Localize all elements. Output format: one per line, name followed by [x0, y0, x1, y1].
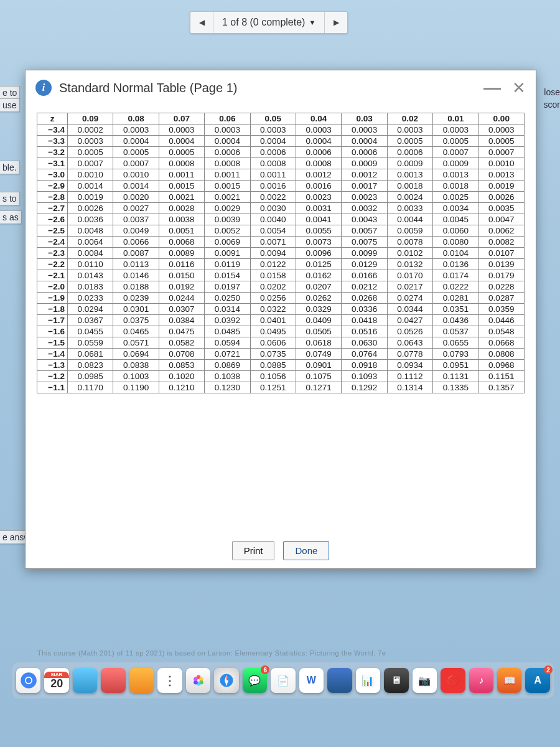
- probability-cell: 0.0113: [113, 259, 159, 270]
- probability-cell: 0.0069: [205, 237, 250, 248]
- z-value: −1.7: [37, 315, 68, 326]
- calendar-icon[interactable]: MAR 20: [44, 668, 68, 693]
- probability-cell: 0.0043: [342, 214, 387, 225]
- probability-cell: 0.0409: [296, 315, 341, 326]
- probability-cell: 0.1292: [342, 382, 387, 393]
- done-button[interactable]: Done: [283, 541, 329, 560]
- music-icon[interactable]: ♪: [469, 668, 493, 693]
- close-icon[interactable]: ✕: [512, 78, 526, 98]
- display-icon[interactable]: 🖥: [384, 668, 408, 693]
- probability-cell: 0.0059: [387, 225, 432, 237]
- safari-icon[interactable]: [214, 668, 238, 693]
- probability-cell: 0.0139: [478, 259, 524, 270]
- probability-cell: 0.0007: [68, 158, 113, 169]
- prev-question-button[interactable]: ◀: [190, 12, 213, 33]
- probability-cell: 0.0934: [387, 360, 432, 371]
- stats-icon[interactable]: 📊: [356, 668, 380, 693]
- svg-point-2: [26, 678, 31, 684]
- probability-cell: 0.0104: [433, 248, 478, 259]
- probability-cell: 0.0322: [250, 304, 296, 315]
- probability-cell: 0.0838: [113, 360, 159, 371]
- table-row: −2.70.00260.00270.00280.00290.00300.0031…: [37, 203, 525, 214]
- cropped-text: lose: [544, 87, 560, 97]
- z-value: −2.7: [37, 203, 68, 214]
- probability-cell: 0.1038: [205, 371, 250, 382]
- probability-cell: 0.0004: [342, 136, 387, 147]
- photos-icon[interactable]: [186, 668, 210, 693]
- probability-cell: 0.0014: [68, 181, 113, 192]
- probability-cell: 0.0375: [113, 315, 159, 326]
- probability-cell: 0.0024: [387, 192, 432, 203]
- chrome-icon[interactable]: [16, 668, 40, 693]
- no-entry-icon[interactable]: 🚫: [441, 668, 465, 693]
- probability-cell: 0.0036: [68, 214, 113, 225]
- probability-cell: 0.0007: [478, 147, 524, 158]
- probability-cell: 0.0003: [205, 125, 250, 136]
- probability-cell: 0.0427: [387, 315, 432, 326]
- pager-label[interactable]: 1 of 8 (0 complete) ▼: [213, 17, 324, 28]
- probability-cell: 0.0643: [387, 337, 432, 349]
- probability-cell: 0.0823: [68, 360, 113, 371]
- table-row: −1.80.02940.03010.03070.03140.03220.0329…: [37, 304, 525, 315]
- probability-cell: 0.0537: [433, 326, 478, 337]
- z-value: −3.4: [37, 125, 68, 136]
- probability-cell: 0.0094: [250, 248, 296, 259]
- print-button[interactable]: Print: [232, 541, 275, 560]
- probability-cell: 0.0336: [342, 304, 387, 315]
- appstore-icon[interactable]: A: [525, 668, 549, 693]
- modal-title: Standard Normal Table (Page 1): [59, 81, 476, 95]
- probability-cell: 0.0110: [68, 259, 113, 270]
- z-table-header-row: z0.090.080.070.060.050.040.030.020.010.0…: [37, 113, 525, 125]
- pages-icon[interactable]: 📄: [271, 668, 295, 693]
- probability-cell: 0.0455: [68, 326, 113, 337]
- word-icon[interactable]: W: [299, 668, 324, 693]
- probability-cell: 0.0174: [433, 270, 478, 281]
- camera-icon[interactable]: 📷: [413, 668, 437, 693]
- books-icon[interactable]: 📖: [497, 668, 521, 693]
- probability-cell: 0.0025: [433, 192, 478, 203]
- probability-cell: 0.0694: [113, 349, 159, 360]
- probability-cell: 0.1335: [433, 382, 478, 393]
- probability-cell: 0.0526: [387, 326, 432, 337]
- probability-cell: 0.1170: [68, 382, 113, 393]
- probability-cell: 0.0162: [296, 270, 341, 281]
- probability-cell: 0.0495: [250, 326, 296, 337]
- probability-cell: 0.0013: [433, 169, 478, 181]
- probability-cell: 0.0008: [205, 158, 250, 169]
- probability-cell: 0.0384: [159, 315, 204, 326]
- z-value: −1.4: [37, 349, 68, 360]
- z-value: −1.1: [37, 382, 68, 393]
- table-row: −1.90.02330.02390.02440.02500.02560.0262…: [37, 293, 525, 304]
- probability-cell: 0.0084: [68, 248, 113, 259]
- probability-cell: 0.0006: [205, 147, 250, 158]
- z-table-col-header: 0.09: [68, 113, 113, 125]
- z-value: −2.6: [37, 214, 68, 225]
- app-icon[interactable]: [101, 668, 125, 693]
- probability-cell: 0.0885: [250, 360, 296, 371]
- probability-cell: 0.0351: [433, 304, 478, 315]
- probability-cell: 0.0003: [113, 125, 159, 136]
- probability-cell: 0.0010: [113, 169, 159, 181]
- next-question-button[interactable]: ▶: [324, 12, 347, 33]
- probability-cell: 0.1210: [159, 382, 204, 393]
- probability-cell: 0.0012: [296, 169, 341, 181]
- probability-cell: 0.0087: [113, 248, 159, 259]
- probability-cell: 0.0071: [250, 237, 296, 248]
- probability-cell: 0.0228: [478, 281, 524, 293]
- z-value: −2.9: [37, 181, 68, 192]
- messages-icon[interactable]: 💬: [243, 668, 267, 693]
- probability-cell: 0.0004: [113, 136, 159, 147]
- preview-icon[interactable]: [73, 668, 97, 693]
- probability-cell: 0.0009: [387, 158, 432, 169]
- probability-cell: 0.0307: [159, 304, 204, 315]
- probability-cell: 0.0102: [387, 248, 432, 259]
- probability-cell: 0.0031: [296, 203, 341, 214]
- notes-icon[interactable]: ⋮: [157, 668, 182, 693]
- probability-cell: 0.0006: [342, 147, 387, 158]
- z-value: −1.8: [37, 304, 68, 315]
- app-icon[interactable]: [129, 668, 154, 693]
- probability-cell: 0.0012: [342, 169, 387, 181]
- app-icon[interactable]: [327, 668, 352, 693]
- minimize-icon[interactable]: —: [483, 78, 501, 98]
- probability-cell: 0.1056: [250, 371, 296, 382]
